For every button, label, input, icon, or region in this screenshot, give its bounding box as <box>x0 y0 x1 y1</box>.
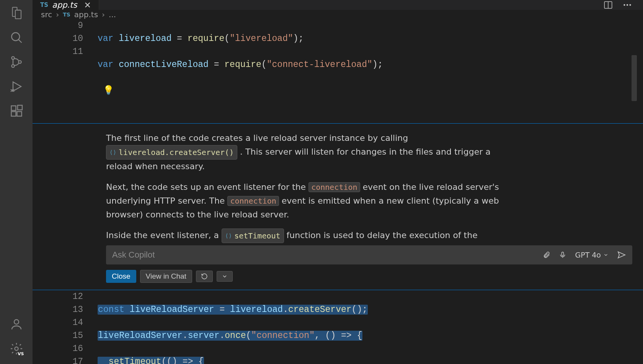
split-editor-icon[interactable] <box>603 0 613 10</box>
svg-point-0 <box>11 33 20 41</box>
activity-bar: VS <box>0 0 33 364</box>
svg-point-6 <box>11 90 13 92</box>
breadcrumbs[interactable]: src › TS app.ts › ... <box>33 10 643 19</box>
attach-icon[interactable] <box>543 251 550 259</box>
svg-point-11 <box>14 320 19 324</box>
svg-rect-18 <box>562 252 564 256</box>
search-icon[interactable] <box>10 31 23 44</box>
microphone-icon[interactable] <box>559 251 566 259</box>
inline-code: connection <box>227 196 279 206</box>
tab-filename: app.ts <box>52 0 77 10</box>
ts-badge-icon: TS <box>63 11 70 18</box>
tab-app-ts[interactable]: TS app.ts ✕ <box>33 0 99 10</box>
chevron-right-icon: › <box>56 10 59 19</box>
svg-point-3 <box>11 65 14 67</box>
svg-rect-10 <box>18 105 22 110</box>
symbol-chip[interactable]: ⟨⟩setTimeout <box>222 229 284 243</box>
tab-bar: TS app.ts ✕ <box>33 0 643 10</box>
close-tab-icon[interactable]: ✕ <box>84 0 91 10</box>
settings-gear-icon[interactable]: VS <box>10 342 23 356</box>
breadcrumb-file[interactable]: app.ts <box>74 10 98 19</box>
scrollbar[interactable] <box>632 55 637 101</box>
ts-badge-icon: TS <box>40 2 48 8</box>
inline-chat-panel: The first line of the code creates a liv… <box>33 123 643 290</box>
rerun-button[interactable] <box>196 271 213 282</box>
svg-point-2 <box>11 57 14 59</box>
explorer-icon[interactable] <box>10 6 23 20</box>
svg-point-16 <box>627 4 628 6</box>
model-selector[interactable]: GPT 4o <box>575 251 609 259</box>
svg-point-15 <box>623 4 625 6</box>
gutter: 12 13 14 15 16 17 18 19 20 21 22 <box>33 290 98 364</box>
source-control-icon[interactable] <box>10 55 23 69</box>
close-button[interactable]: Close <box>106 270 136 283</box>
svg-rect-9 <box>17 112 21 116</box>
svg-rect-8 <box>11 112 16 116</box>
run-debug-icon[interactable] <box>10 80 23 93</box>
ask-copilot-input-row: GPT 4o <box>106 245 632 264</box>
breadcrumb-symbol[interactable]: ... <box>109 10 116 19</box>
breadcrumb-src[interactable]: src <box>41 10 52 19</box>
svg-line-1 <box>18 39 21 42</box>
svg-point-4 <box>18 60 21 63</box>
svg-rect-7 <box>11 106 16 111</box>
code-editor[interactable]: 9 10 11 var livereload = require("livere… <box>33 19 643 364</box>
chat-response: The first line of the code creates a liv… <box>106 131 508 243</box>
ask-copilot-input[interactable] <box>112 250 543 260</box>
vs-badge: VS <box>17 351 24 356</box>
chevron-right-icon: › <box>102 10 105 19</box>
svg-point-17 <box>629 4 631 6</box>
gutter: 9 10 11 <box>33 19 98 123</box>
svg-point-12 <box>15 347 18 351</box>
more-actions-icon[interactable] <box>622 0 632 10</box>
symbol-chip[interactable]: ⟨⟩livereload.createServer() <box>106 145 237 160</box>
send-icon[interactable] <box>617 250 626 260</box>
view-in-chat-button[interactable]: View in Chat <box>140 270 192 283</box>
lightbulb-icon[interactable]: 💡 <box>98 86 114 96</box>
editor-area: TS app.ts ✕ src › TS app.ts › ... 9 10 <box>33 0 643 364</box>
extensions-icon[interactable] <box>10 104 23 118</box>
more-options-button[interactable] <box>217 271 233 282</box>
account-icon[interactable] <box>10 317 23 331</box>
inline-code: connection <box>308 182 360 192</box>
